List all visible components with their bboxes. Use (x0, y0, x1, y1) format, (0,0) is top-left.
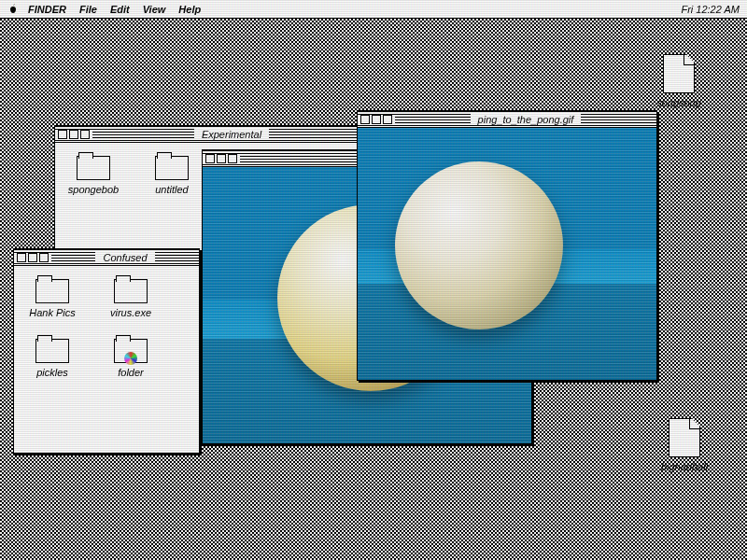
image-content (358, 128, 656, 380)
zoom-box[interactable] (372, 115, 381, 124)
window-ping-image[interactable]: ping_to_the_pong.gif (357, 110, 657, 381)
folder-icon (112, 335, 149, 363)
apple-logo-icon (7, 4, 19, 15)
folder-item[interactable]: Hank Pics (23, 275, 81, 318)
folder-item[interactable]: folder (102, 335, 160, 378)
window-title: Confused (95, 252, 154, 263)
close-box[interactable] (58, 130, 67, 139)
close-box[interactable] (17, 253, 26, 262)
window-controls (203, 154, 240, 163)
folder-icon (34, 335, 71, 363)
document-icon (669, 418, 700, 457)
sphere-graphic (395, 161, 563, 329)
folder-icon (153, 152, 190, 180)
folder-item[interactable]: virus.exe (102, 275, 160, 318)
folder-label: virus.exe (110, 307, 151, 318)
window-title: Experimental (194, 129, 269, 140)
collapse-box[interactable] (383, 115, 392, 124)
desktop-file-label: songsong (656, 97, 701, 108)
collapse-box[interactable] (228, 154, 237, 163)
app-menu[interactable]: FINDER (28, 4, 66, 15)
folder-label: folder (118, 367, 144, 378)
folder-label: untitled (155, 184, 188, 195)
close-box[interactable] (205, 154, 215, 163)
desktop-file[interactable]: bighadball (652, 418, 717, 472)
window-title: ping_to_the_pong.gif (471, 114, 582, 125)
folder-item[interactable]: untitled (143, 152, 201, 195)
window-controls (55, 130, 92, 139)
collapse-box[interactable] (39, 253, 49, 262)
folder-label: spongebob (68, 184, 119, 195)
desktop-file-label: bighadball (661, 461, 708, 472)
zoom-box[interactable] (28, 253, 37, 262)
menubar: FINDER File Edit View Help Fri 12:22 AM (0, 0, 747, 19)
collapse-box[interactable] (80, 130, 90, 139)
zoom-box[interactable] (217, 154, 226, 163)
menu-file[interactable]: File (79, 4, 97, 15)
window-body[interactable]: Hank Pics virus.exe pickles folder (14, 266, 199, 387)
window-controls (14, 253, 51, 262)
titlebar[interactable]: Experimental (55, 126, 371, 143)
close-box[interactable] (360, 115, 370, 124)
menu-view[interactable]: View (143, 4, 166, 15)
document-icon (663, 54, 695, 93)
menubar-clock: Fri 12:22 AM (681, 4, 740, 15)
folder-item[interactable]: pickles (23, 335, 81, 378)
folder-icon (34, 275, 71, 303)
window-controls (358, 115, 395, 124)
zoom-box[interactable] (69, 130, 78, 139)
folder-icon (112, 275, 149, 303)
titlebar[interactable]: Confused (14, 249, 199, 266)
folder-label: pickles (36, 367, 68, 378)
menu-edit[interactable]: Edit (110, 4, 130, 15)
folder-label: Hank Pics (29, 307, 76, 318)
window-confused[interactable]: Confused Hank Pics virus.exe pickles fol… (13, 248, 200, 454)
titlebar[interactable]: ping_to_the_pong.gif (358, 111, 656, 128)
folder-icon (75, 152, 112, 180)
menu-help[interactable]: Help (178, 4, 201, 15)
folder-item[interactable]: spongebob (64, 152, 122, 195)
desktop-file[interactable]: songsong (646, 54, 712, 108)
